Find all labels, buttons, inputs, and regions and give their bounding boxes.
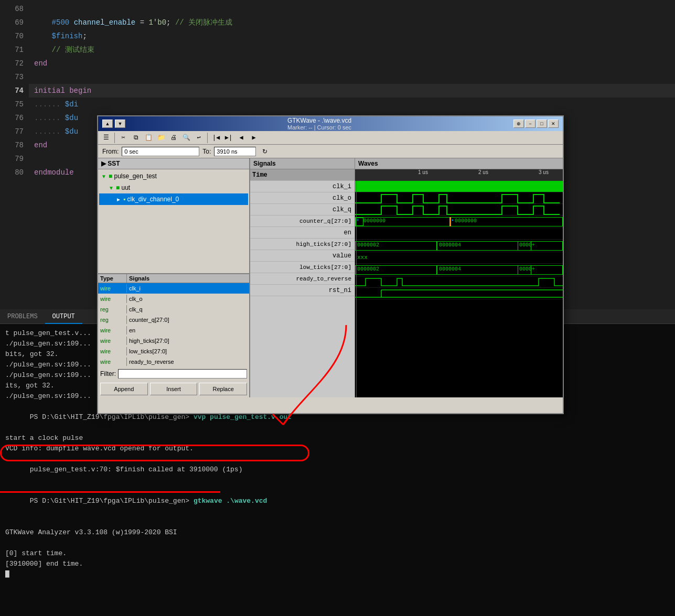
- wave-row-high-ticks: 0000002 0000004 0000+: [355, 240, 563, 252]
- signal-row-display-high-ticks[interactable]: high_ticks[27:0]: [250, 239, 355, 250]
- signal-row-display-clk-i[interactable]: clk_i: [250, 181, 355, 192]
- signal-row-clk-i[interactable]: wire clk_i: [98, 283, 249, 294]
- wave-row-rst-ni: [355, 288, 563, 299]
- cut-icon[interactable]: ✂: [117, 132, 129, 144]
- signal-row-display-clk-q[interactable]: clk_q: [250, 204, 355, 215]
- zoom-fwd-icon[interactable]: ▶: [248, 132, 260, 144]
- gtkwave-menubar: ☰ ✂ ⧉ 📋 📁 🖨 🔍 ↩ |◀ ▶| ◀ ▶: [98, 131, 563, 145]
- signal-row-en[interactable]: wire en: [98, 325, 249, 336]
- tab-output[interactable]: OUTPUT: [45, 309, 82, 324]
- window-subtitle: Marker: -- | Cursor: 0 sec: [125, 124, 513, 131]
- signal-row-display-en[interactable]: en: [250, 227, 355, 239]
- signals-table-header: Type Signals: [98, 274, 249, 283]
- high-ticks-val2: 0000004: [439, 242, 461, 248]
- high-ticks-val1: 0000002: [357, 242, 379, 248]
- type-reg-2: reg: [98, 316, 127, 324]
- tree-item-uut[interactable]: ▼ ■ uut: [99, 182, 248, 193]
- code-line-73: [29, 70, 675, 84]
- scroll-up-btn[interactable]: ▲: [102, 120, 113, 128]
- tree-item-clk-div-channel-0[interactable]: ► ▪ clk_div_channel_0: [99, 193, 248, 205]
- signal-row-counter-q[interactable]: reg counter_q[27:0]: [98, 315, 249, 325]
- minimize-btn[interactable]: −: [525, 120, 535, 128]
- signals-header: Signals: [250, 158, 355, 169]
- scroll-down-btn[interactable]: ▼: [115, 120, 125, 128]
- signal-row-time: Time: [250, 169, 355, 181]
- signal-row-display-counter-q[interactable]: counter_q[27:0]: [250, 215, 355, 227]
- signal-list: Time clk_i clk_o clk_q counter_q[27:0] e…: [250, 169, 355, 397]
- code-line-70: $finish;: [29, 29, 675, 43]
- type-wire-2: wire: [98, 295, 127, 303]
- signal-row-display-clk-o[interactable]: clk_o: [250, 192, 355, 204]
- copy-icon[interactable]: ⧉: [130, 132, 142, 144]
- signal-row-display-low-ticks[interactable]: low_ticks[27:0]: [250, 262, 355, 273]
- sst-panel: ▶ SST ▼ ■ pulse_gen_test ▼ ■ uut ► ▪ clk…: [98, 158, 250, 397]
- low-ticks-val1: 0000002: [357, 266, 379, 272]
- from-to-bar: From: To: ↻: [98, 145, 563, 158]
- signal-name-ready-to-reverse: ready_to_reverse: [127, 358, 249, 366]
- code-line-69: #500 channel_enable = 1'b0; // 关闭脉冲生成: [29, 16, 675, 29]
- signal-row-high-ticks[interactable]: wire high_ticks[27:0]: [98, 336, 249, 346]
- close-btn[interactable]: ✕: [548, 120, 559, 128]
- refresh-icon[interactable]: ↻: [259, 146, 271, 157]
- low-ticks-val2: 0000004: [439, 266, 461, 272]
- code-line-68: [29, 2, 675, 16]
- action-buttons: Append Insert Replace: [98, 381, 249, 397]
- signals-panel: Signals Time clk_i clk_o clk_q counter_q…: [250, 158, 355, 397]
- signal-row-low-ticks[interactable]: wire low_ticks[27:0]: [98, 346, 249, 356]
- tree-item-pulse-gen-test[interactable]: ▼ ■ pulse_gen_test: [99, 170, 248, 182]
- time-marker-1us: 1 us: [418, 169, 428, 175]
- value-xxx: xxx: [357, 254, 368, 261]
- code-line-71: // 测试结束: [29, 43, 675, 57]
- waves-panel[interactable]: Waves 1 us 2 us 3 us: [355, 158, 563, 397]
- terminal-info8: [3910000] end time.: [5, 559, 670, 569]
- signal-row-ready-to-reverse[interactable]: wire ready_to_reverse: [98, 356, 249, 367]
- move-icon[interactable]: ⊕: [513, 120, 524, 128]
- waves-header: Waves: [355, 158, 563, 169]
- signal-row-display-value[interactable]: value: [250, 250, 355, 262]
- window-controls: ⊕ − □ ✕: [513, 120, 559, 128]
- code-line-75: ...... $di: [29, 98, 675, 111]
- goto-end-icon[interactable]: ▶|: [223, 132, 234, 144]
- col-signals-header: Signals: [127, 274, 249, 283]
- open-icon[interactable]: 📁: [155, 132, 167, 144]
- filter-row: Filter:: [98, 367, 249, 381]
- signal-row-display-ready-to-reverse[interactable]: ready_to_reverse: [250, 273, 355, 285]
- signal-row-display-rst-ni[interactable]: rst_ni: [250, 285, 355, 296]
- time-ruler: 1 us 2 us 3 us: [355, 169, 563, 181]
- print-icon[interactable]: 🖨: [168, 132, 179, 144]
- paste-icon[interactable]: 📋: [143, 132, 154, 144]
- insert-button[interactable]: Insert: [150, 383, 198, 395]
- time-marker-2us: 2 us: [478, 169, 488, 175]
- wave-row-low-ticks: 0000002 0000004 0000+: [355, 264, 563, 276]
- type-wire-4: wire: [98, 337, 127, 345]
- gtkwave-body: ▶ SST ▼ ■ pulse_gen_test ▼ ■ uut ► ▪ clk…: [98, 158, 563, 397]
- tab-problems[interactable]: PROBLEMS: [0, 309, 45, 324]
- type-wire-6: wire: [98, 358, 127, 366]
- append-button[interactable]: Append: [100, 383, 148, 395]
- terminal-info7: [0] start time.: [5, 548, 670, 559]
- code-line-72: end: [29, 57, 675, 70]
- maximize-btn[interactable]: □: [537, 120, 547, 128]
- time-marker-3us: 3 us: [539, 169, 549, 175]
- gtkwave-titlebar: ▲ ▼ GTKWave - .\wave.vcd Marker: -- | Cu…: [98, 116, 563, 131]
- wave-row-clk-q: [355, 204, 563, 215]
- signal-name-low-ticks: low_ticks[27:0]: [127, 347, 249, 355]
- signal-row-clk-q[interactable]: reg clk_q: [98, 304, 249, 315]
- from-label: From:: [102, 148, 119, 155]
- to-input[interactable]: [214, 147, 256, 156]
- undo-icon[interactable]: ↩: [193, 132, 205, 144]
- terminal-ps2: PS D:\Git\HIT_Z19\fpga\IPLib\pulse_gen> …: [5, 485, 670, 517]
- separator-2: [207, 133, 208, 143]
- menu-hamburger[interactable]: ☰: [100, 132, 112, 144]
- filter-input[interactable]: [118, 369, 247, 379]
- wave-row-clk-i: [355, 181, 563, 192]
- replace-button[interactable]: Replace: [199, 383, 247, 395]
- terminal-info1: start a clock pulse: [5, 433, 670, 444]
- col-type-header: Type: [98, 274, 127, 283]
- zoom-back-icon[interactable]: ◀: [235, 132, 247, 144]
- signal-name-clk-i: clk_i: [127, 284, 249, 293]
- search-icon[interactable]: 🔍: [180, 132, 192, 144]
- signal-row-clk-o[interactable]: wire clk_o: [98, 294, 249, 304]
- goto-start-icon[interactable]: |◀: [210, 132, 222, 144]
- from-input[interactable]: [122, 147, 199, 156]
